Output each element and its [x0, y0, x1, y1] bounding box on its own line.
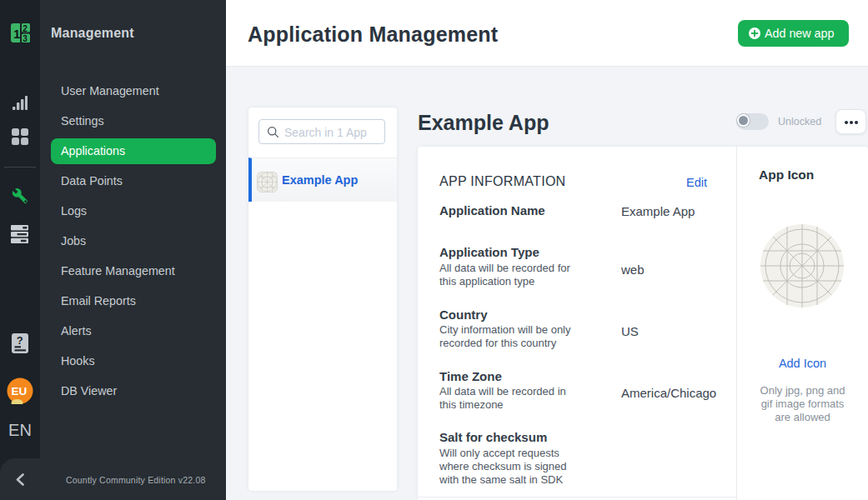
svg-text:?: ?: [17, 334, 23, 347]
svg-text:EU: EU: [12, 385, 28, 398]
svg-text:2: 2: [23, 24, 28, 33]
svg-text:1: 1: [13, 27, 20, 41]
svg-text:3: 3: [23, 34, 28, 42]
